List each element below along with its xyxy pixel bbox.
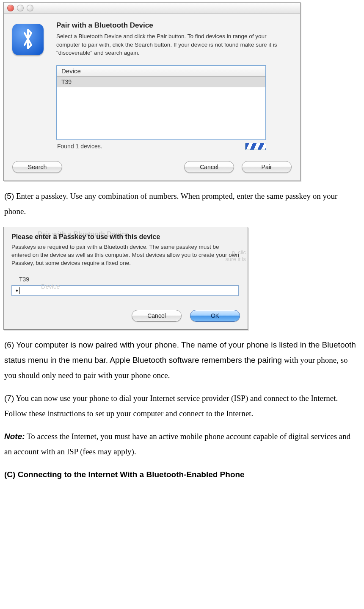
cancel-button[interactable]: Cancel [184,161,234,173]
pair-dialog-description: Select a Bluetooth Device and click the … [56,32,292,57]
device-list[interactable]: Device T39 [56,65,266,140]
step-7-paragraph: (7) You can now use your phone to dial y… [4,391,360,421]
step-5-text: Enter a passkey. Use any combination of … [4,192,337,216]
step-6-paragraph: (6) Your computer is now paired with you… [4,337,360,383]
pair-dialog-body: Pair with a Bluetooth Device Select a Bl… [4,14,300,158]
device-list-item[interactable]: T39 [57,77,265,87]
document-page: Pair with a Bluetooth Device Select a Bl… [0,2,364,498]
cancel-button[interactable]: Cancel [132,310,182,322]
passkey-input[interactable]: • [11,285,239,296]
passkey-device-label: T39 [19,276,240,283]
step-5-number: (5) [4,192,14,200]
passkey-dialog-description: Passkeys are required to pair with a Blu… [11,243,240,267]
note-paragraph: Note: To access the Internet, you must h… [4,429,360,459]
search-button[interactable]: Search [12,161,62,173]
bluetooth-icon [12,24,44,55]
pair-button[interactable]: Pair [242,161,292,173]
note-text: To access the Internet, you must have an… [4,432,350,456]
zoom-window-icon[interactable] [27,5,33,11]
step-7-text: You can now use your phone to dial your … [4,394,338,418]
minimize-window-icon[interactable] [17,5,24,11]
passkey-input-value: • [16,287,19,295]
close-window-icon[interactable] [7,5,14,11]
device-list-header: Device [57,66,265,77]
text-caret-icon [19,287,20,294]
ok-button[interactable]: OK [190,310,240,322]
section-c-heading: (C) Connecting to the Internet With a Bl… [4,467,360,482]
step-5-paragraph: (5) Enter a passkey. Use any combination… [4,189,360,219]
passkey-dialog-title: Please enter a Passkey to use with this … [11,233,240,241]
passkey-dialog-window: Pair with a Bluetooth Device p, clic sur… [3,227,248,330]
pair-dialog-title: Pair with a Bluetooth Device [56,21,292,30]
window-titlebar [4,3,300,14]
found-status-text: Found 1 devices. [57,143,102,150]
pair-dialog-window: Pair with a Bluetooth Device Select a Bl… [3,2,301,181]
progress-indicator-icon [245,143,266,150]
step-7-number: (7) [4,394,14,403]
note-label: Note: [4,432,25,441]
